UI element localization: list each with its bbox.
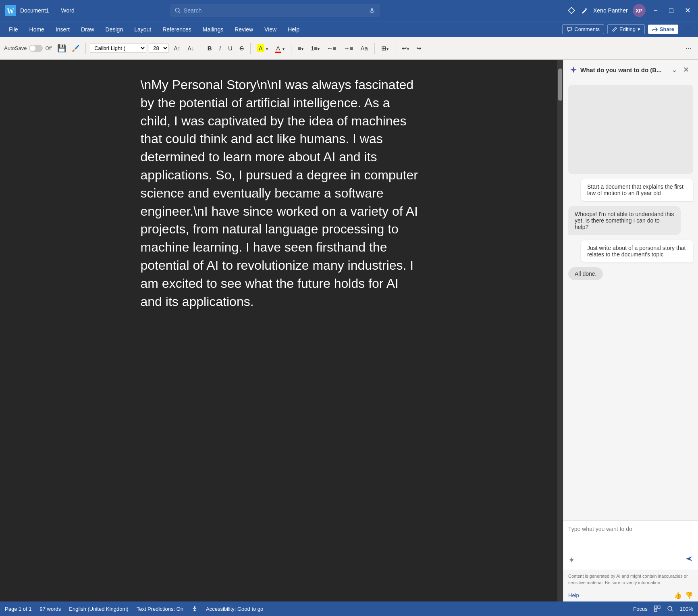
chat-message-done-container: All done. xyxy=(568,267,603,280)
ai-sparkle-button[interactable]: ✦ xyxy=(568,555,575,565)
undo-button[interactable]: ↩▾ xyxy=(399,44,411,53)
font-size-selector[interactable]: 28 xyxy=(149,44,169,53)
divider6 xyxy=(395,43,395,54)
ai-input-field[interactable] xyxy=(568,526,693,550)
diamond-icon[interactable] xyxy=(567,6,575,15)
focus-mode[interactable]: Focus xyxy=(633,606,647,612)
indent-increase-button[interactable]: →≡ xyxy=(341,44,356,53)
numbering-button[interactable]: 1≡▾ xyxy=(308,44,322,53)
minimize-button[interactable]: − xyxy=(650,5,661,17)
underline-button[interactable]: U xyxy=(226,44,235,53)
document-canvas[interactable]: \nMy Personal Story\n\nI was always fasc… xyxy=(141,76,423,310)
ai-panel-chevron-button[interactable]: ⌄ xyxy=(671,65,677,74)
view-icon[interactable] xyxy=(654,606,661,612)
ai-disclaimer: Content is generated by AI and might con… xyxy=(563,570,698,589)
autosave-label: AutoSave xyxy=(4,45,27,51)
menu-file[interactable]: File xyxy=(4,24,23,35)
increase-font-button[interactable]: A↑ xyxy=(171,44,183,53)
menu-draw[interactable]: Draw xyxy=(76,24,99,35)
maximize-button[interactable]: □ xyxy=(666,5,677,17)
autosave-toggle[interactable] xyxy=(29,45,43,52)
table-button[interactable]: ⊞▾ xyxy=(379,44,391,53)
chat-message-3: Just write about of a personal story tha… xyxy=(581,240,693,262)
accessibility: Accessibility: Good to go xyxy=(206,606,263,612)
share-button[interactable]: Share xyxy=(648,25,678,34)
document-area[interactable]: \nMy Personal Story\n\nI was always fasc… xyxy=(0,60,563,601)
svg-rect-11 xyxy=(654,609,657,612)
ai-help-link[interactable]: Help xyxy=(568,592,579,598)
ai-chat-area[interactable]: Start a document that explains the first… xyxy=(563,80,698,520)
thumbs-up-button[interactable]: 👍 xyxy=(674,591,682,599)
zoom-level[interactable]: 100% xyxy=(680,606,693,612)
divider2 xyxy=(201,43,201,54)
menu-insert[interactable]: Insert xyxy=(51,24,75,35)
editing-button[interactable]: Editing ▾ xyxy=(607,24,645,34)
undo-format-icon[interactable]: 🖌️ xyxy=(70,44,81,53)
ribbon-more-button[interactable]: ⋯ xyxy=(683,44,694,53)
decrease-font-button[interactable]: A↓ xyxy=(185,44,197,53)
strikethrough-button[interactable]: S xyxy=(237,44,246,53)
comments-button[interactable]: Comments xyxy=(562,24,604,34)
svg-text:W: W xyxy=(7,7,14,15)
font-color-button[interactable]: A ▾ xyxy=(273,44,287,53)
ribbon-collapse-button[interactable]: ⌃ xyxy=(681,23,694,35)
svg-point-2 xyxy=(175,8,179,12)
menu-mailings[interactable]: Mailings xyxy=(198,24,228,35)
search-input[interactable] xyxy=(184,7,366,14)
text-predictions: Text Predictions: On xyxy=(137,606,183,612)
main-content: \nMy Personal Story\n\nI was always fasc… xyxy=(0,60,698,601)
bullets-button[interactable]: ≡▾ xyxy=(295,44,306,53)
svg-point-8 xyxy=(194,606,195,608)
font-selector[interactable]: Calibri Light ( xyxy=(90,44,146,53)
menu-help[interactable]: Help xyxy=(283,24,304,35)
ai-send-button[interactable] xyxy=(685,555,693,565)
menu-bar: File Home Insert Draw Design Layout Refe… xyxy=(0,21,698,37)
menu-design[interactable]: Design xyxy=(101,24,128,35)
ai-panel-close-button[interactable]: ✕ xyxy=(681,65,692,75)
menu-references[interactable]: References xyxy=(158,24,196,35)
svg-point-12 xyxy=(668,606,672,610)
ai-input-area[interactable]: ✦ xyxy=(563,520,698,570)
word-count: 97 words xyxy=(40,606,61,612)
accessibility-icon xyxy=(191,606,198,612)
save-icon[interactable]: 💾 xyxy=(56,43,68,54)
divider1 xyxy=(85,43,86,54)
chat-message-4: All done. xyxy=(568,267,603,280)
search-icon xyxy=(175,8,181,13)
close-button[interactable]: ✕ xyxy=(681,4,694,17)
ai-panel-header: What do you want to do (B... ⌄ ✕ xyxy=(563,60,698,80)
avatar: XP xyxy=(633,4,646,17)
share-icon xyxy=(652,27,658,32)
indent-decrease-button[interactable]: ←≡ xyxy=(324,44,339,53)
ribbon: AutoSave Off 💾 🖌️ Calibri Light ( 28 A↑ … xyxy=(0,37,698,60)
ai-feedback-buttons: 👍 👎 xyxy=(674,591,693,599)
autosave: AutoSave Off xyxy=(4,45,52,52)
zoom-icon[interactable] xyxy=(667,606,673,612)
edit-icon xyxy=(612,27,617,32)
thumbs-down-button[interactable]: 👎 xyxy=(685,591,693,599)
page-info: Page 1 of 1 xyxy=(5,606,32,612)
menu-review[interactable]: Review xyxy=(230,24,258,35)
divider4 xyxy=(291,43,291,54)
ai-panel: What do you want to do (B... ⌄ ✕ Start a… xyxy=(563,60,698,601)
pen-icon[interactable] xyxy=(580,6,588,15)
redo-button[interactable]: ↪ xyxy=(414,44,424,53)
bold-button[interactable]: B xyxy=(205,44,214,53)
ai-panel-title: What do you want to do (B... xyxy=(580,67,668,73)
ai-sparkle-header-icon xyxy=(570,66,577,73)
highlight-button[interactable]: A ▾ xyxy=(255,44,270,53)
italic-button[interactable]: I xyxy=(217,44,223,53)
divider3 xyxy=(250,43,251,54)
menu-home[interactable]: Home xyxy=(25,24,49,35)
document-text[interactable]: \nMy Personal Story\n\nI was always fasc… xyxy=(141,76,423,310)
styles-button[interactable]: Aa xyxy=(358,44,370,53)
svg-line-13 xyxy=(671,610,673,611)
svg-rect-4 xyxy=(371,8,373,11)
mic-icon xyxy=(369,8,375,13)
menu-view[interactable]: View xyxy=(260,24,281,35)
vertical-scrollbar[interactable] xyxy=(557,60,563,601)
chat-message-2: Whoops! I'm not able to understand this … xyxy=(568,206,681,235)
scrollbar-thumb[interactable] xyxy=(558,69,562,101)
menu-layout[interactable]: Layout xyxy=(129,24,156,35)
search-box[interactable] xyxy=(170,4,380,17)
